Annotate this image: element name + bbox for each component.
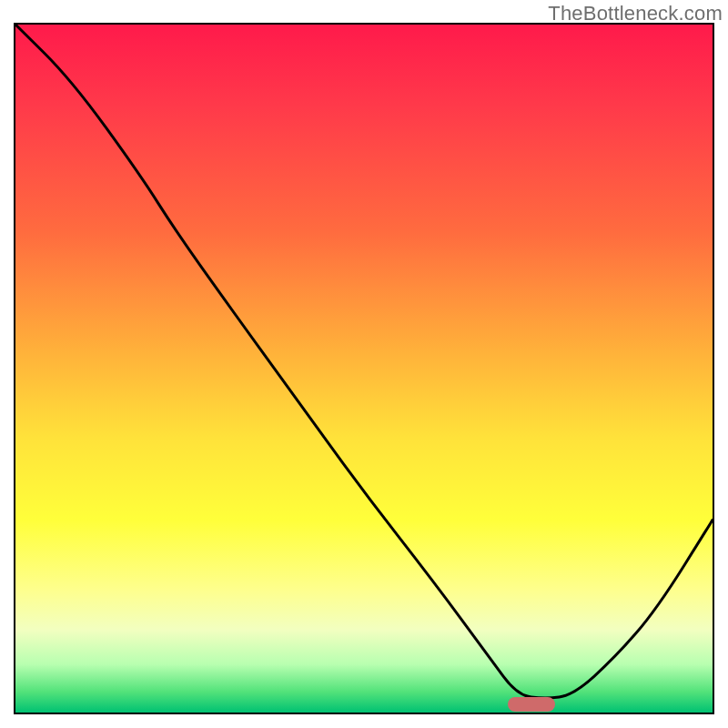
curve-path	[15, 25, 713, 698]
chart-container: TheBottleneck.com	[0, 0, 728, 728]
optimal-marker	[508, 697, 555, 712]
bottleneck-curve	[15, 25, 713, 713]
plot-area	[14, 23, 714, 714]
